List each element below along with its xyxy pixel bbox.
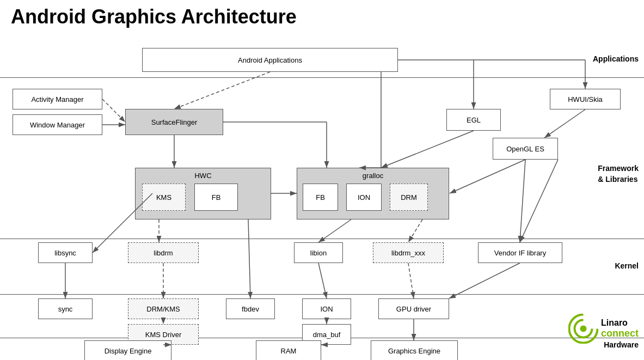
activity-manager-box: Activity Manager	[13, 89, 102, 109]
opengl-es-box: OpenGL ES	[493, 138, 558, 160]
surface-flinger-box: SurfaceFlinger	[125, 109, 223, 135]
divider-kernel	[0, 294, 644, 295]
libdrm-box: libdrm	[128, 242, 199, 263]
svg-line-3	[102, 99, 125, 122]
hwc-box: HWC KMS FB	[135, 168, 271, 219]
svg-line-8	[381, 131, 474, 168]
fbdev-box: fbdev	[226, 298, 275, 319]
gralloc-fb-box: FB	[303, 184, 338, 211]
svg-point-37	[580, 326, 586, 332]
gralloc-box: gralloc FB ION DRM	[297, 168, 449, 219]
divider-applications	[0, 77, 644, 78]
gpu-driver-box: GPU driver	[378, 298, 449, 319]
svg-line-9	[544, 109, 585, 138]
gralloc-ion-box: ION	[346, 184, 382, 211]
libion-box: libion	[294, 242, 343, 263]
linaro-text: Linaro	[601, 318, 639, 328]
svg-line-20	[520, 160, 525, 242]
ion-kernel-box: ION	[302, 298, 351, 319]
layer-framework: Framework& Libraries	[598, 163, 639, 185]
svg-line-14	[450, 160, 525, 193]
graphics-engine-box: Graphics Engine	[371, 340, 458, 360]
libsync-box: libsync	[38, 242, 93, 263]
svg-line-32	[520, 160, 558, 242]
linaro-connect-text: connect	[601, 328, 639, 339]
android-applications-box: Android Applications	[142, 48, 398, 72]
svg-line-31	[449, 263, 520, 298]
hwc-kms-box: KMS	[142, 184, 186, 211]
vendor-if-box: Vendor IF library	[478, 242, 562, 263]
libdrm-xxx-box: libdrm_xxx	[373, 242, 444, 263]
drm-kms-box: DRM/KMS	[128, 298, 199, 319]
sync-box: sync	[38, 298, 93, 319]
hwui-skia-box: HWUI/Skia	[550, 89, 621, 109]
layer-applications: Applications	[593, 54, 639, 63]
linaro-icon	[568, 314, 598, 344]
gralloc-drm-box: DRM	[390, 184, 428, 211]
hwc-fb-box: FB	[194, 184, 238, 211]
svg-line-23	[248, 219, 250, 298]
diagram-container: Android Graphics Architecture Applicatio…	[0, 0, 644, 360]
window-manager-box: Window Manager	[13, 114, 102, 135]
svg-line-26	[408, 263, 414, 298]
divider-framework	[0, 239, 644, 239]
display-engine-box: Display Engine	[84, 340, 171, 360]
svg-line-24	[318, 263, 327, 298]
ram-box: RAM	[256, 340, 321, 360]
page-title: Android Graphics Architecture	[11, 5, 297, 28]
egl-box: EGL	[446, 109, 501, 131]
layer-kernel: Kernel	[615, 261, 639, 270]
linaro-logo: Linaro connect	[568, 314, 639, 344]
